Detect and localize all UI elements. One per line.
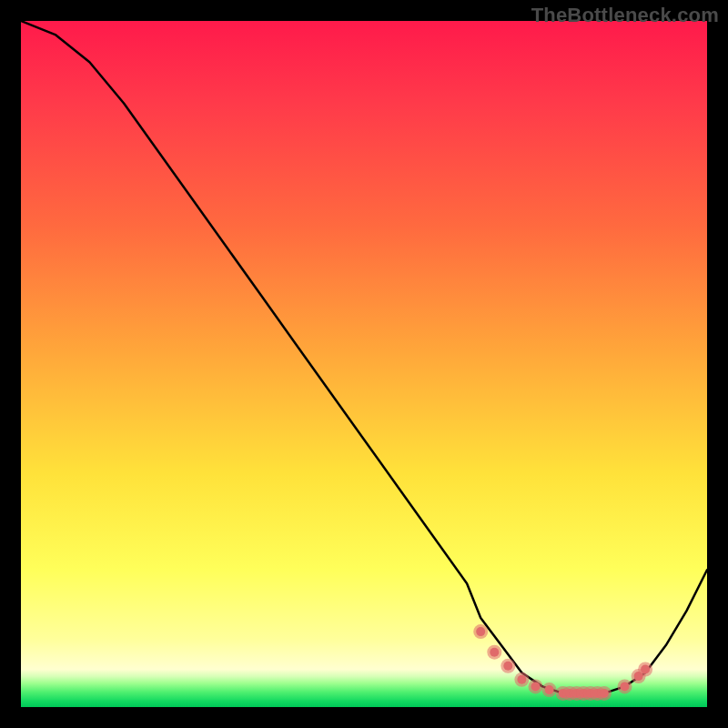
svg-point-7 bbox=[517, 675, 526, 684]
watermark-text: TheBottleneck.com bbox=[531, 4, 719, 27]
svg-point-9 bbox=[531, 682, 541, 691]
chart-plot-area bbox=[21, 21, 707, 707]
svg-point-25 bbox=[600, 689, 609, 698]
svg-point-1 bbox=[476, 627, 485, 636]
svg-point-31 bbox=[641, 665, 650, 674]
chart-svg bbox=[21, 21, 707, 707]
chart-background bbox=[21, 21, 707, 707]
svg-point-5 bbox=[503, 662, 512, 671]
svg-point-3 bbox=[490, 648, 499, 657]
svg-point-27 bbox=[621, 682, 630, 691]
svg-point-11 bbox=[545, 685, 554, 694]
